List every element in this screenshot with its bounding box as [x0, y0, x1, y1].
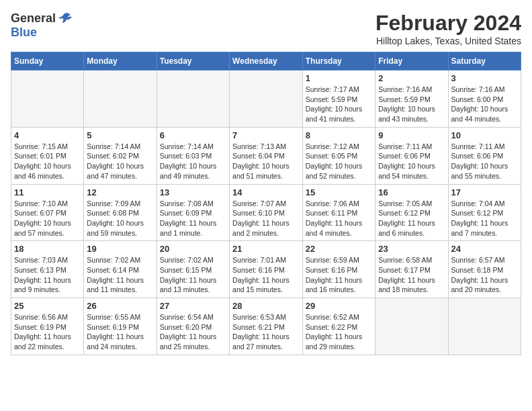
day-number: 1 — [306, 73, 372, 83]
calendar-cell — [448, 298, 521, 355]
calendar-cell — [157, 71, 229, 128]
calendar-cell: 7Sunrise: 7:13 AMSunset: 6:04 PMDaylight… — [230, 127, 303, 184]
calendar-cell: 6Sunrise: 7:14 AMSunset: 6:03 PMDaylight… — [157, 127, 229, 184]
day-info: Sunrise: 7:05 AMSunset: 6:12 PMDaylight:… — [378, 199, 445, 238]
day-info: Sunrise: 6:57 AMSunset: 6:18 PMDaylight:… — [451, 255, 519, 295]
day-info: Sunrise: 7:14 AMSunset: 6:03 PMDaylight:… — [160, 142, 226, 181]
day-number: 7 — [232, 130, 300, 140]
day-info: Sunrise: 7:08 AMSunset: 6:09 PMDaylight:… — [160, 199, 226, 238]
calendar-week-row: 1Sunrise: 7:17 AMSunset: 5:59 PMDaylight… — [11, 71, 521, 128]
calendar-week-row: 4Sunrise: 7:15 AMSunset: 6:01 PMDaylight… — [11, 127, 521, 184]
col-header-friday: Friday — [375, 52, 448, 71]
calendar-week-row: 25Sunrise: 6:56 AMSunset: 6:19 PMDayligh… — [11, 298, 521, 355]
calendar-cell: 12Sunrise: 7:09 AMSunset: 6:08 PMDayligh… — [84, 184, 157, 241]
day-number: 21 — [232, 244, 300, 254]
day-info: Sunrise: 7:15 AMSunset: 6:01 PMDaylight:… — [14, 142, 81, 181]
day-info: Sunrise: 7:03 AMSunset: 6:13 PMDaylight:… — [14, 255, 81, 295]
day-info: Sunrise: 6:53 AMSunset: 6:21 PMDaylight:… — [232, 312, 300, 352]
calendar-cell: 21Sunrise: 7:01 AMSunset: 6:16 PMDayligh… — [230, 241, 303, 298]
day-info: Sunrise: 6:55 AMSunset: 6:19 PMDaylight:… — [87, 312, 153, 352]
title-area: February 2024 Hilltop Lakes, Texas, Unit… — [375, 11, 521, 46]
col-header-sunday: Sunday — [11, 52, 84, 71]
day-number: 23 — [378, 244, 445, 254]
logo-bird-icon — [57, 11, 72, 26]
day-info: Sunrise: 6:58 AMSunset: 6:17 PMDaylight:… — [378, 255, 445, 295]
calendar-cell — [375, 298, 448, 355]
day-number: 5 — [87, 130, 153, 140]
day-info: Sunrise: 7:07 AMSunset: 6:10 PMDaylight:… — [232, 199, 300, 238]
calendar-week-row: 11Sunrise: 7:10 AMSunset: 6:07 PMDayligh… — [11, 184, 521, 241]
calendar-cell: 1Sunrise: 7:17 AMSunset: 5:59 PMDaylight… — [302, 71, 375, 128]
calendar-cell: 9Sunrise: 7:11 AMSunset: 6:06 PMDaylight… — [375, 127, 448, 184]
calendar-cell: 19Sunrise: 7:02 AMSunset: 6:14 PMDayligh… — [84, 241, 157, 298]
calendar-header-row: SundayMondayTuesdayWednesdayThursdayFrid… — [11, 52, 521, 71]
calendar-cell: 2Sunrise: 7:16 AMSunset: 5:59 PMDaylight… — [375, 71, 448, 128]
calendar-table: SundayMondayTuesdayWednesdayThursdayFrid… — [11, 52, 521, 355]
col-header-thursday: Thursday — [302, 52, 375, 71]
logo: General Blue — [11, 11, 72, 40]
day-info: Sunrise: 7:11 AMSunset: 6:06 PMDaylight:… — [378, 142, 445, 181]
day-number: 17 — [451, 187, 519, 197]
day-number: 15 — [306, 187, 372, 197]
day-number: 8 — [306, 130, 372, 140]
day-number: 12 — [87, 187, 153, 197]
day-info: Sunrise: 7:16 AMSunset: 5:59 PMDaylight:… — [378, 85, 445, 124]
day-number: 27 — [160, 301, 226, 311]
day-info: Sunrise: 6:59 AMSunset: 6:16 PMDaylight:… — [306, 255, 372, 295]
calendar-cell: 23Sunrise: 6:58 AMSunset: 6:17 PMDayligh… — [375, 241, 448, 298]
day-info: Sunrise: 6:54 AMSunset: 6:20 PMDaylight:… — [160, 312, 226, 352]
day-info: Sunrise: 7:09 AMSunset: 6:08 PMDaylight:… — [87, 199, 153, 238]
calendar-cell: 11Sunrise: 7:10 AMSunset: 6:07 PMDayligh… — [11, 184, 84, 241]
calendar-cell: 27Sunrise: 6:54 AMSunset: 6:20 PMDayligh… — [157, 298, 229, 355]
calendar-cell: 4Sunrise: 7:15 AMSunset: 6:01 PMDaylight… — [11, 127, 84, 184]
calendar-cell: 10Sunrise: 7:11 AMSunset: 6:06 PMDayligh… — [448, 127, 521, 184]
day-info: Sunrise: 6:56 AMSunset: 6:19 PMDaylight:… — [14, 312, 81, 352]
calendar-cell: 3Sunrise: 7:16 AMSunset: 6:00 PMDaylight… — [448, 71, 521, 128]
day-info: Sunrise: 7:01 AMSunset: 6:16 PMDaylight:… — [232, 255, 300, 295]
calendar-cell: 29Sunrise: 6:52 AMSunset: 6:22 PMDayligh… — [302, 298, 375, 355]
day-number: 19 — [87, 244, 153, 254]
calendar-cell — [11, 71, 84, 128]
day-info: Sunrise: 7:16 AMSunset: 6:00 PMDaylight:… — [451, 85, 519, 124]
calendar-cell: 22Sunrise: 6:59 AMSunset: 6:16 PMDayligh… — [302, 241, 375, 298]
month-title: February 2024 — [375, 11, 521, 36]
calendar-cell: 18Sunrise: 7:03 AMSunset: 6:13 PMDayligh… — [11, 241, 84, 298]
day-number: 13 — [160, 187, 226, 197]
calendar-cell: 14Sunrise: 7:07 AMSunset: 6:10 PMDayligh… — [230, 184, 303, 241]
calendar-week-row: 18Sunrise: 7:03 AMSunset: 6:13 PMDayligh… — [11, 241, 521, 298]
day-info: Sunrise: 6:52 AMSunset: 6:22 PMDaylight:… — [306, 312, 372, 352]
day-number: 29 — [306, 301, 372, 311]
day-number: 25 — [14, 301, 81, 311]
calendar-cell: 15Sunrise: 7:06 AMSunset: 6:11 PMDayligh… — [302, 184, 375, 241]
day-info: Sunrise: 7:10 AMSunset: 6:07 PMDaylight:… — [14, 199, 81, 238]
calendar-cell: 26Sunrise: 6:55 AMSunset: 6:19 PMDayligh… — [84, 298, 157, 355]
day-number: 14 — [232, 187, 300, 197]
day-number: 20 — [160, 244, 226, 254]
day-number: 28 — [232, 301, 300, 311]
day-info: Sunrise: 7:06 AMSunset: 6:11 PMDaylight:… — [306, 199, 372, 238]
day-info: Sunrise: 7:14 AMSunset: 6:02 PMDaylight:… — [87, 142, 153, 181]
calendar-cell — [84, 71, 157, 128]
day-number: 11 — [14, 187, 81, 197]
calendar-cell: 25Sunrise: 6:56 AMSunset: 6:19 PMDayligh… — [11, 298, 84, 355]
day-number: 2 — [378, 73, 445, 83]
day-number: 16 — [378, 187, 445, 197]
calendar-cell: 5Sunrise: 7:14 AMSunset: 6:02 PMDaylight… — [84, 127, 157, 184]
calendar-cell: 13Sunrise: 7:08 AMSunset: 6:09 PMDayligh… — [157, 184, 229, 241]
logo-blue-text: Blue — [11, 26, 37, 40]
day-number: 22 — [306, 244, 372, 254]
col-header-tuesday: Tuesday — [157, 52, 229, 71]
day-number: 24 — [451, 244, 519, 254]
day-info: Sunrise: 7:12 AMSunset: 6:05 PMDaylight:… — [306, 142, 372, 181]
day-number: 6 — [160, 130, 226, 140]
day-number: 18 — [14, 244, 81, 254]
day-info: Sunrise: 7:17 AMSunset: 5:59 PMDaylight:… — [306, 85, 372, 124]
calendar-cell: 24Sunrise: 6:57 AMSunset: 6:18 PMDayligh… — [448, 241, 521, 298]
day-info: Sunrise: 7:13 AMSunset: 6:04 PMDaylight:… — [232, 142, 300, 181]
day-number: 10 — [451, 130, 519, 140]
day-info: Sunrise: 7:02 AMSunset: 6:15 PMDaylight:… — [160, 255, 226, 295]
calendar-cell: 16Sunrise: 7:05 AMSunset: 6:12 PMDayligh… — [375, 184, 448, 241]
calendar-cell: 8Sunrise: 7:12 AMSunset: 6:05 PMDaylight… — [302, 127, 375, 184]
day-number: 26 — [87, 301, 153, 311]
day-info: Sunrise: 7:02 AMSunset: 6:14 PMDaylight:… — [87, 255, 153, 295]
